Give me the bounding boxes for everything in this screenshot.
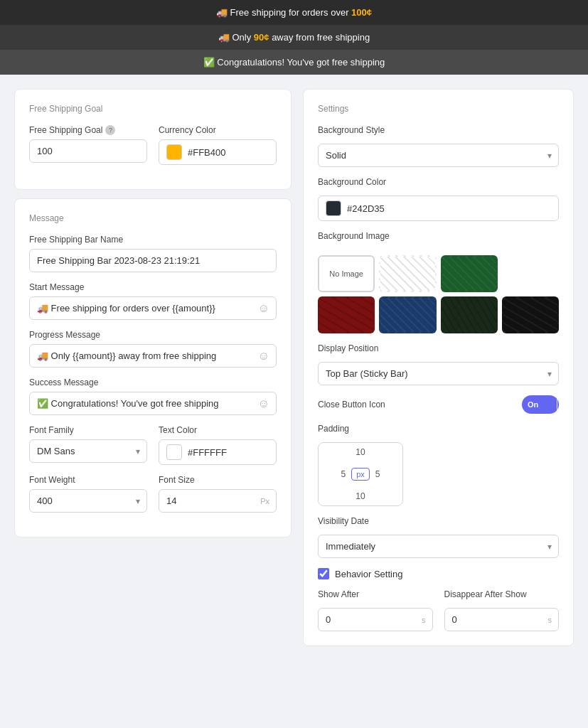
visibility-date-select-wrapper: Immediately Scheduled (318, 535, 559, 558)
bg-image-label: Background Image (318, 231, 559, 241)
font-size-input[interactable] (159, 489, 277, 513)
success-message-wrapper: ☺ (29, 392, 277, 415)
bg-color-hex: #242D35 (347, 203, 385, 214)
currency-color-input-wrapper[interactable]: #FFB400 (159, 139, 277, 165)
bg-img-3[interactable] (502, 255, 559, 292)
close-button-row: Close Button Icon On (318, 395, 559, 414)
font-family-label: Font Family (29, 425, 147, 435)
font-weight-select[interactable]: 400 100200300 500600700800900 (29, 489, 147, 513)
message-card: Message Free Shipping Bar Name Start Mes… (14, 198, 292, 537)
bg-color-swatch (326, 200, 341, 216)
disappear-label: Disappear After Show (444, 589, 560, 599)
padding-box: 10 5 px 5 10 (318, 442, 403, 506)
bg-color-label: Background Color (318, 177, 559, 187)
progress-message-emoji-btn[interactable]: ☺ (258, 350, 269, 363)
message-title: Message (29, 213, 277, 223)
text-color-input-wrapper[interactable]: #FFFFFF (159, 439, 277, 465)
bg-color-input-wrapper[interactable]: #242D35 (318, 196, 559, 221)
font-size-group: Font Size Px (159, 475, 277, 513)
bg-img-7[interactable] (502, 296, 559, 333)
goal-form-group: Free Shipping Goal ? (29, 125, 147, 165)
bg-img-5[interactable] (379, 296, 436, 333)
bg-img-4[interactable] (318, 296, 375, 333)
bg-image-group: Background Image No Image (318, 231, 559, 333)
bg-img-6[interactable] (441, 296, 498, 333)
bg-images-grid: No Image (318, 255, 559, 333)
bg-style-group: Background Style Solid Gradient Image (318, 125, 559, 167)
currency-color-label: Currency Color (159, 125, 277, 135)
close-button-toggle-knob (557, 397, 557, 412)
padding-unit[interactable]: px (351, 468, 370, 481)
font-family-group: Font Family DM Sans Arial Roboto Open Sa… (29, 425, 147, 465)
padding-left: 5 (341, 469, 346, 479)
font-weight-size-row: Font Weight 400 100200300 50060070080090… (29, 475, 277, 513)
goal-info-icon[interactable]: ? (105, 125, 115, 135)
text-color-label: Text Color (159, 425, 277, 435)
font-weight-group: Font Weight 400 100200300 50060070080090… (29, 475, 147, 513)
font-family-select-wrapper: DM Sans Arial Roboto Open Sans (29, 439, 147, 463)
font-family-select[interactable]: DM Sans Arial Roboto Open Sans (29, 439, 147, 463)
visibility-date-label: Visibility Date (318, 516, 559, 526)
start-message-label: Start Message (29, 282, 277, 292)
bar-name-input[interactable] (29, 249, 277, 272)
disappear-input[interactable] (444, 608, 560, 631)
padding-bottom: 10 (356, 491, 365, 501)
settings-title: Settings (318, 104, 559, 114)
currency-color-form-group: Currency Color #FFB400 (159, 125, 277, 165)
show-after-group: Show After s (318, 589, 433, 631)
bg-color-group: Background Color #242D35 (318, 177, 559, 221)
settings-card: Settings Background Style Solid Gradient… (303, 89, 574, 646)
show-disappear-row: Show After s Disappear After Show s (318, 589, 559, 631)
progress-message-label: Progress Message (29, 330, 277, 340)
left-panel: Free Shipping Goal Free Shipping Goal ? … (14, 89, 292, 646)
close-button-toggle[interactable]: On (522, 395, 559, 414)
success-message-emoji-btn[interactable]: ☺ (258, 397, 269, 410)
behavior-setting-label: Behavior Setting (335, 569, 402, 579)
bar-name-group: Free Shipping Bar Name (29, 235, 277, 272)
bg-style-label: Background Style (318, 125, 559, 135)
disappear-group: Disappear After Show s (444, 589, 560, 631)
close-button-label: Close Button Icon (318, 400, 385, 410)
padding-middle-row: 5 px 5 (341, 468, 380, 481)
progress-message-group: Progress Message ☺ (29, 330, 277, 368)
bg-style-select[interactable]: Solid Gradient Image (318, 144, 559, 167)
goal-input[interactable] (29, 139, 147, 163)
bar-name-label: Free Shipping Bar Name (29, 235, 277, 245)
disappear-input-wrapper: s (444, 608, 560, 631)
progress-message-input[interactable] (29, 344, 277, 368)
banner-progress-text: 🚚 Only 90¢ away from free shipping (218, 32, 370, 43)
font-size-label: Font Size (159, 475, 277, 485)
banner-success-text: ✅ Congratulations! You've got free shipp… (203, 57, 385, 68)
show-after-input[interactable] (318, 608, 433, 631)
visibility-date-group: Visibility Date Immediately Scheduled (318, 516, 559, 558)
text-color-swatch (166, 444, 182, 460)
display-position-select-wrapper: Top Bar (Sticky Bar) Bottom Bar Inline (318, 362, 559, 385)
show-after-label: Show After (318, 589, 433, 599)
text-color-hex: #FFFFFF (188, 447, 227, 458)
font-size-suffix: Px (260, 497, 269, 505)
display-position-select[interactable]: Top Bar (Sticky Bar) Bottom Bar Inline (318, 362, 559, 385)
banner-progress-bar: 🚚 Only 90¢ away from free shipping (0, 25, 588, 50)
display-position-group: Display Position Top Bar (Sticky Bar) Bo… (318, 343, 559, 385)
start-message-input[interactable] (29, 296, 277, 320)
banner-start-text: 🚚 Free shipping for orders over 100¢ (216, 7, 372, 18)
bg-img-1[interactable] (379, 255, 436, 292)
success-message-input[interactable] (29, 392, 277, 415)
banner-start-bar: 🚚 Free shipping for orders over 100¢ (0, 0, 588, 25)
font-weight-label: Font Weight (29, 475, 147, 485)
bg-img-2[interactable] (441, 255, 498, 292)
show-after-input-wrapper: s (318, 608, 433, 631)
visibility-date-select[interactable]: Immediately Scheduled (318, 535, 559, 558)
padding-right: 5 (375, 469, 380, 479)
start-message-emoji-btn[interactable]: ☺ (258, 302, 269, 315)
close-button-toggle-text: On (528, 400, 538, 409)
behavior-setting-row: Behavior Setting (318, 568, 559, 579)
start-message-group: Start Message ☺ (29, 282, 277, 320)
banner-start-highlight: 100¢ (351, 7, 372, 18)
font-size-input-wrapper: Px (159, 489, 277, 513)
right-panel: Settings Background Style Solid Gradient… (303, 89, 574, 646)
behavior-checkbox[interactable] (318, 568, 329, 579)
bg-img-no-image[interactable]: No Image (318, 255, 375, 292)
font-weight-select-wrapper: 400 100200300 500600700800900 (29, 489, 147, 513)
bg-style-select-wrapper: Solid Gradient Image (318, 144, 559, 167)
